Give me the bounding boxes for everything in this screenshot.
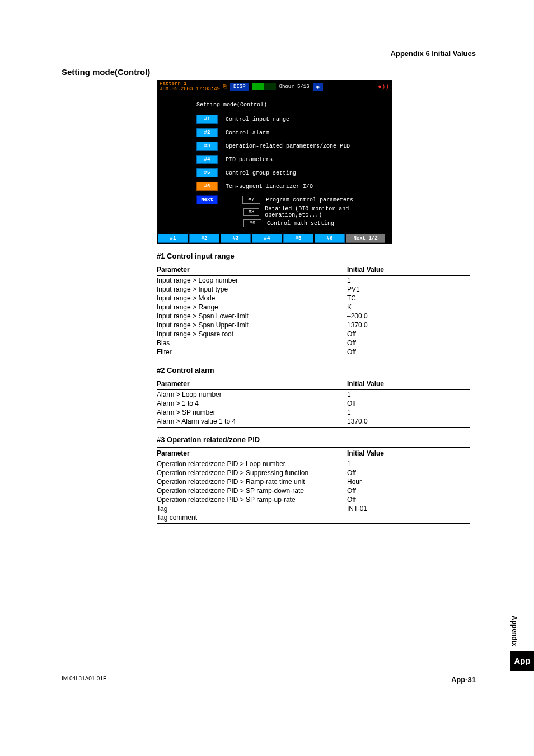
table-row: BiasOff [157,339,470,348]
menu-label-5: Ten-segment linearizer I/O [226,184,313,190]
param-cell: Input range > Range [157,303,347,312]
bottom-button-6[interactable]: Next 1/2 [346,234,385,243]
menu-button-4[interactable]: #5 [196,168,218,177]
value-cell: Off [347,486,470,495]
table-row: Operation related/zone PID > SP ramp-up-… [157,495,470,504]
menu-label-0: Control input range [226,116,289,123]
table-row: Alarm > Loop number1 [157,390,470,400]
param-cell: Input range > Input type [157,285,347,294]
menu-button-3[interactable]: #4 [196,155,218,164]
menu-label-3: PID parameters [226,157,273,163]
side-appendix-label: Appendix [510,616,524,646]
bottom-button-4[interactable]: #5 [283,234,313,243]
table-row: Alarm > 1 to 4Off [157,399,470,408]
value-cell: –200.0 [347,312,470,321]
param-cell: Operation related/zone PID > SP ramp-dow… [157,486,347,495]
submenu-label-1: Detailed (DIO monitor and operation,etc.… [265,206,391,218]
table-header-param: Parameter [157,264,347,276]
menu-button-6[interactable]: Next [196,195,218,204]
footer-doc-id: IM 04L31A01-01E [62,675,107,684]
value-cell: 1370.0 [347,321,470,330]
section-title: Setting mode(Control) [62,67,476,77]
value-cell: INT-01 [347,504,470,513]
param-cell: Alarm > Alarm value 1 to 4 [157,417,347,428]
table-header-value: Initial Value [347,264,470,276]
table-row: Input range > Square rootOff [157,330,470,339]
value-cell: Hour [347,477,470,486]
value-cell: Off [347,495,470,504]
menu-button-0[interactable]: #1 [196,115,218,124]
value-cell: TC [347,294,470,303]
param-cell: Operation related/zone PID > Loop number [157,459,347,469]
submenu-label-2: Control math setting [267,220,334,227]
table-header-value: Initial Value [347,378,470,390]
bottom-button-3[interactable]: #4 [252,234,282,243]
table-row: Operation related/zone PID > Suppressing… [157,468,470,477]
table-row: Input range > RangeK [157,303,470,312]
menu-button-2[interactable]: #3 [196,142,218,151]
menu-label-1: Control alarm [226,130,269,136]
ss-time-info: 8hour 5/16 [279,84,310,90]
disp-button[interactable]: DISP [230,83,249,91]
table-header-value: Initial Value [347,448,470,459]
table-header-param: Parameter [157,378,347,390]
menu-button-1[interactable]: #2 [196,128,218,137]
value-cell: Off [347,348,470,358]
submenu-num-0[interactable]: #7 [242,196,260,204]
table-row: Input range > Loop number1 [157,276,470,285]
table-row: Input range > Span Lower-limit–200.0 [157,312,470,321]
value-cell: 1 [347,276,470,285]
value-cell: – [347,513,470,524]
footer-page-num: App-31 [451,675,476,684]
param-cell: Alarm > SP number [157,408,347,417]
table-row: Operation related/zone PID > Loop number… [157,459,470,469]
table-row: Input range > Span Upper-limit1370.0 [157,321,470,330]
param-cell: Tag [157,504,347,513]
param-cell: Tag comment [157,513,347,524]
table-title-0: #1 Control input range [157,252,476,260]
param-cell: Alarm > 1 to 4 [157,399,347,408]
param-cell: Operation related/zone PID > Ramp-rate t… [157,477,347,486]
submenu-label-0: Program-control parameters [266,197,353,203]
value-cell: Off [347,468,470,477]
progress-bar-icon [252,83,276,90]
value-cell: K [347,303,470,312]
table-row: Operation related/zone PID > SP ramp-dow… [157,486,470,495]
bottom-button-1[interactable]: #2 [189,234,219,243]
param-cell: Input range > Span Lower-limit [157,312,347,321]
value-cell: 1 [347,390,470,400]
table-header-param: Parameter [157,448,347,459]
param-cell: Operation related/zone PID > Suppressing… [157,468,347,477]
ss-body-title: Setting mode(Control) [196,102,391,108]
param-cell: Input range > Loop number [157,276,347,285]
table-row: Input range > Input typePV1 [157,285,470,294]
param-cell: Input range > Span Upper-limit [157,321,347,330]
param-cell: Input range > Mode [157,294,347,303]
table-title-1: #2 Control alarm [157,366,476,374]
table-title-2: #3 Operation related/zone PID [157,435,476,444]
table-row: Alarm > Alarm value 1 to 41370.0 [157,417,470,428]
bottom-button-5[interactable]: #6 [315,234,345,243]
table-row: Tag comment– [157,513,470,524]
menu-label-2: Operation-related parameters/Zone PID [226,143,350,149]
menu-label-4: Control group setting [226,170,296,176]
value-cell: 1 [347,408,470,417]
param-cell: Bias [157,339,347,348]
param-cell: Alarm > Loop number [157,390,347,400]
menu-button-5[interactable]: #6 [196,182,218,191]
link-icon: ⎘ [223,84,227,90]
value-cell: 1370.0 [347,417,470,428]
value-cell: Off [347,330,470,339]
value-cell: PV1 [347,285,470,294]
value-cell: 1 [347,459,470,469]
table-row: Alarm > SP number1 [157,408,470,417]
table-row: FilterOff [157,348,470,358]
value-cell: Off [347,339,470,348]
submenu-num-2[interactable]: #9 [243,219,261,227]
bottom-button-2[interactable]: #3 [221,234,251,243]
bottom-button-0[interactable]: #1 [158,234,188,243]
submenu-num-1[interactable]: #8 [243,208,259,216]
camera-icon: ◉ [313,83,323,91]
sound-icon: ●)) [378,83,389,90]
side-app-tab: App [510,651,534,671]
